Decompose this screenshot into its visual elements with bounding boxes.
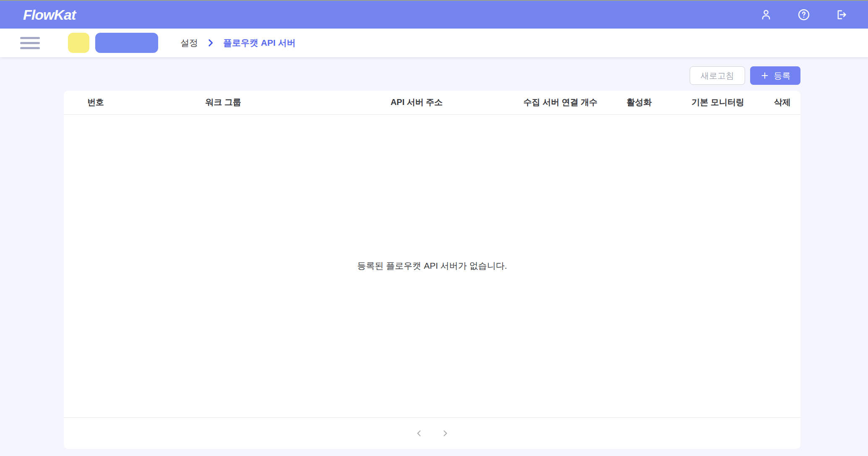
table-empty-state: 등록된 플로우캣 API 서버가 없습니다. — [64, 115, 800, 418]
chevron-left-icon — [415, 429, 423, 438]
plus-icon — [760, 71, 769, 80]
sub-header: 설정 플로우캣 API 서버 — [0, 29, 868, 57]
help-icon[interactable] — [798, 8, 810, 21]
nav-tile-blue[interactable] — [95, 33, 158, 53]
page-title: 플로우캣 API 서버 — [223, 37, 296, 49]
column-header-activation: 활성화 — [607, 91, 672, 114]
user-icon[interactable] — [760, 8, 772, 21]
breadcrumb-section[interactable]: 설정 — [180, 37, 198, 49]
table-actions: 새로고침 등록 — [64, 66, 800, 85]
pagination — [64, 418, 800, 449]
app-header: FlowKat — [0, 1, 868, 29]
register-button-label: 등록 — [774, 70, 791, 81]
chevron-right-icon — [206, 38, 215, 47]
header-icons — [760, 8, 848, 21]
empty-state-message: 등록된 플로우캣 API 서버가 없습니다. — [357, 260, 507, 272]
table-header-row: 번호 워크 그룹 API 서버 주소 수집 서버 연결 개수 활성화 기본 모니… — [64, 91, 800, 114]
column-header-basic-monitoring: 기본 모니터링 — [672, 91, 764, 114]
breadcrumb: 설정 플로우캣 API 서버 — [180, 37, 296, 49]
previous-page-button[interactable] — [413, 427, 425, 439]
column-header-work-group: 워크 그룹 — [128, 91, 319, 114]
next-page-button[interactable] — [439, 427, 451, 439]
column-header-collector-connections: 수집 서버 연결 개수 — [514, 91, 607, 114]
main-content: 새로고침 등록 번호 워크 그룹 API 서버 주소 수집 서버 연결 개수 — [0, 57, 868, 449]
api-server-table-card: 번호 워크 그룹 API 서버 주소 수집 서버 연결 개수 활성화 기본 모니… — [64, 91, 800, 449]
menu-hamburger-icon[interactable] — [20, 37, 40, 49]
column-header-number: 번호 — [64, 91, 128, 114]
refresh-button[interactable]: 새로고침 — [690, 66, 745, 85]
app-logo[interactable]: FlowKat — [23, 7, 76, 23]
api-server-table: 번호 워크 그룹 API 서버 주소 수집 서버 연결 개수 활성화 기본 모니… — [64, 91, 800, 115]
column-header-api-server-address: API 서버 주소 — [319, 91, 514, 114]
column-header-delete: 삭제 — [764, 91, 800, 114]
logout-icon[interactable] — [835, 8, 848, 21]
chevron-right-icon — [441, 429, 449, 438]
register-button[interactable]: 등록 — [750, 66, 800, 85]
nav-tile-yellow[interactable] — [68, 33, 89, 53]
